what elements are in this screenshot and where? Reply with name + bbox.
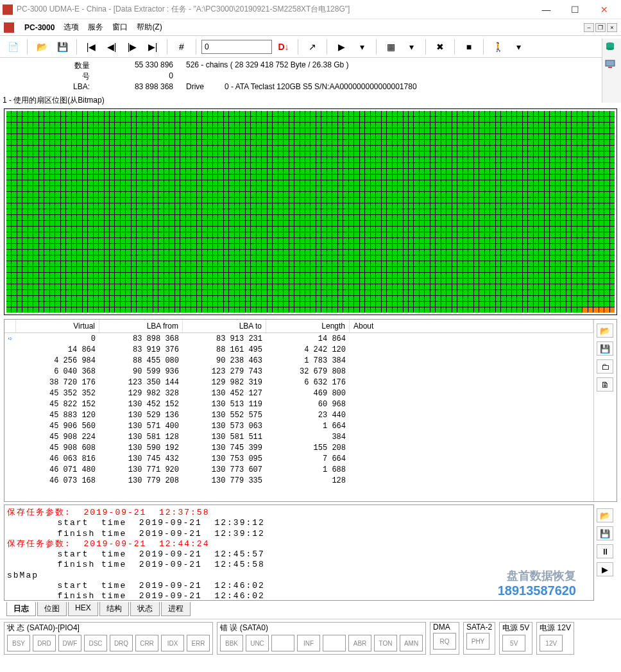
svg-rect-4	[608, 67, 612, 68]
table-row[interactable]: 45 908 224130 581 128130 581 511384	[4, 431, 593, 442]
first-button[interactable]: |◀	[82, 38, 100, 56]
db-icon[interactable]	[605, 41, 619, 55]
status-box: IDX	[161, 635, 184, 651]
status-box: DRD	[33, 635, 56, 651]
menu-service[interactable]: 服务	[88, 22, 103, 33]
table-row[interactable]: 46 073 168130 779 208130 779 335128	[4, 475, 593, 486]
mdi-restore[interactable]: ❐	[595, 23, 606, 32]
col-about[interactable]: About	[350, 320, 593, 332]
status-box: BBK	[220, 635, 243, 651]
log-save-button[interactable]: 💾	[597, 526, 613, 540]
table-row[interactable]: 6 040 36890 599 936123 279 74332 679 808	[4, 366, 593, 377]
status-box: DWF	[58, 635, 81, 651]
tab-log[interactable]: 日志	[6, 602, 36, 616]
status-box: BSY	[7, 635, 30, 651]
open-button[interactable]: 📂	[33, 38, 51, 56]
table-row[interactable]: ➪083 898 36883 913 23114 864	[4, 333, 593, 344]
exit-dd-button[interactable]: ▾	[509, 38, 527, 56]
status-box: ERR	[187, 635, 210, 651]
stop-button[interactable]: ■	[460, 38, 478, 56]
prev-button[interactable]: ◀|	[103, 38, 121, 56]
status-box: RQ	[433, 633, 456, 650]
qty-extra: 526 - chains ( 28 329 418 752 Byte / 26.…	[186, 60, 615, 71]
log-open-button[interactable]: 📂	[597, 508, 613, 522]
table-row[interactable]: 4 256 98488 455 08090 238 4631 783 384	[4, 355, 593, 366]
table-row[interactable]: 14 86483 919 37688 161 4954 242 120	[4, 344, 593, 355]
module-icon	[4, 22, 14, 33]
position-input[interactable]	[201, 40, 272, 54]
col-virtual[interactable]: Virtual	[16, 320, 99, 332]
lba-value: 83 898 368	[96, 82, 186, 91]
bitmap-view[interactable]	[4, 108, 617, 315]
table-row[interactable]: 45 908 608130 590 192130 745 399155 208	[4, 442, 593, 453]
table-row[interactable]: 45 352 352129 982 328130 452 127469 800	[4, 388, 593, 399]
new-task-button[interactable]: 📄	[4, 38, 22, 56]
play-button[interactable]: ▶	[332, 38, 350, 56]
col-lbato[interactable]: LBA to	[183, 320, 266, 332]
menu-options[interactable]: 选项	[64, 22, 79, 33]
chain-table-scroll[interactable]: Virtual LBA from LBA to Length About ➪08…	[4, 320, 593, 501]
status-box: DSC	[84, 635, 107, 651]
bitmap-title: 1 - 使用的扇区位图(从Bitmap)	[0, 94, 621, 107]
status-box: AMN	[400, 635, 423, 651]
grid-button[interactable]: #	[173, 38, 191, 56]
titlebar: PC-3000 UDMA-E - China - [Data Extractor…	[0, 0, 621, 19]
status-group-sata2: SATA-2PHY	[463, 622, 495, 655]
col-length[interactable]: Length	[266, 320, 350, 332]
play-dd-button[interactable]: ▾	[353, 38, 371, 56]
menu-help[interactable]: 帮助(Z)	[137, 22, 162, 33]
status-box	[271, 635, 294, 651]
maximize-button[interactable]: ☐	[561, 1, 590, 19]
log-pause-button[interactable]: ⏸	[597, 544, 613, 558]
chain-table: Virtual LBA from LBA to Length About ➪08…	[4, 319, 617, 502]
status-group-dma: DMARQ	[430, 622, 459, 655]
table-row[interactable]: 46 071 480130 771 920130 773 6071 688	[4, 464, 593, 475]
tools-button[interactable]: ✖	[431, 38, 449, 56]
tab-status[interactable]: 状态	[130, 602, 160, 616]
table-row[interactable]: 45 822 152130 452 152130 513 11960 968	[4, 399, 593, 409]
status-title: DMA	[433, 623, 456, 632]
matrix-dd-button[interactable]: ▾	[402, 38, 420, 56]
table-row[interactable]: 38 720 176123 350 144129 982 3196 632 17…	[4, 377, 593, 388]
tab-hex[interactable]: HEX	[68, 602, 98, 616]
status-box: ABR	[348, 635, 371, 651]
tab-bitmap[interactable]: 位图	[37, 602, 67, 616]
qty-label: 数量	[6, 60, 96, 71]
tab-struct[interactable]: 结构	[99, 602, 129, 616]
status-box	[323, 635, 346, 651]
tab-process[interactable]: 进程	[161, 602, 191, 616]
close-button[interactable]: ✕	[590, 1, 618, 19]
svg-rect-3	[606, 60, 615, 66]
status-box: TON	[374, 635, 397, 651]
toolbar: 📄 📂 💾 |◀ ◀| |▶ ▶| # D↓ ↗ ▶ ▾ ▦ ▾ ✖ ■ 🚶 ▾	[0, 36, 621, 58]
mdi-close[interactable]: ×	[607, 23, 617, 32]
col-lbafrom[interactable]: LBA from	[99, 320, 183, 332]
last-button[interactable]: ▶|	[144, 38, 162, 56]
save-button[interactable]: 💾	[53, 38, 71, 56]
mdi-minimize[interactable]: –	[584, 23, 594, 32]
menu-window[interactable]: 窗口	[112, 22, 128, 33]
table-row[interactable]: 45 906 560130 571 400130 573 0631 664	[4, 420, 593, 431]
log-play-button[interactable]: ▶	[597, 562, 613, 576]
exit-button[interactable]: 🚶	[489, 38, 507, 56]
side-save-button[interactable]: 💾	[597, 341, 613, 356]
table-row[interactable]: 46 063 816130 745 432130 753 0957 664	[4, 453, 593, 464]
status-title: SATA-2	[466, 623, 492, 632]
matrix-button[interactable]: ▦	[382, 38, 400, 56]
module-name: PC-3000	[24, 23, 55, 32]
d-button[interactable]: D↓	[275, 38, 293, 56]
minimize-button[interactable]: —	[532, 1, 561, 19]
export-button[interactable]: ↗	[303, 38, 321, 56]
info-panel: 数量 55 330 896 526 - chains ( 28 329 418 …	[0, 58, 621, 94]
watermark: 盘首数据恢复 18913587620	[498, 568, 576, 598]
side-folder-button[interactable]: 🗀	[597, 359, 613, 374]
log-side-toolbar: 📂 💾 ⏸ ▶	[594, 504, 617, 601]
status-group-err: 错 误 (SATA0)BBKUNCINFABRTONAMN	[217, 622, 426, 655]
status-box: 12V	[540, 635, 563, 651]
next-button[interactable]: |▶	[123, 38, 141, 56]
status-group-pw5: 电源 5V5V	[499, 622, 532, 655]
monitor-icon[interactable]	[605, 59, 619, 73]
table-row[interactable]: 45 883 120130 529 136130 552 57523 440	[4, 409, 593, 420]
side-open-button[interactable]: 📂	[597, 323, 613, 338]
side-doc-button[interactable]: 🗎	[597, 377, 613, 392]
